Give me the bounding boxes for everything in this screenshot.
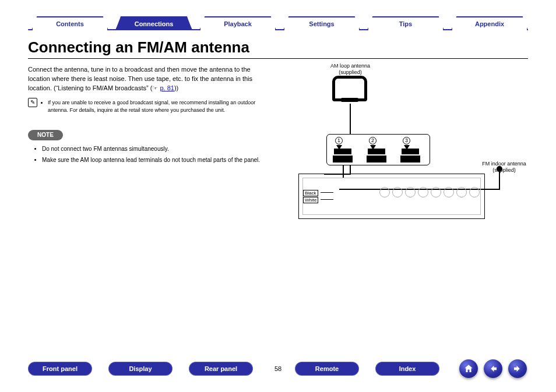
note-item: Do not connect two FM antennas simultane… [42,144,267,153]
step-badge-3: 3 [403,137,410,144]
tab-settings[interactable]: Settings [283,16,360,30]
page-title: Connecting an FM/AM antenna [28,38,249,56]
am-loop-label: AM loop antenna (supplied) [323,63,378,76]
arrow-right-icon [512,363,523,374]
tab-appendix[interactable]: Appendix [451,16,528,30]
xref-link[interactable]: p. 81 [160,84,174,91]
tab-tips[interactable]: Tips [367,16,444,30]
nav-index[interactable]: Index [375,362,439,376]
step-badge-2: 2 [369,137,376,144]
intro-paragraph: Connect the antenna, tune in to a broadc… [28,65,267,93]
am-loop-label-line1: AM loop antenna [330,63,370,69]
arrow-left-icon [488,363,498,374]
step-badge-1: 1 [335,137,343,144]
connector-row [379,187,480,197]
info-list: If you are unable to receive a good broa… [41,99,267,114]
nav-remote[interactable]: Remote [295,362,359,376]
note-label: NOTE [28,130,63,140]
title-underline [28,58,528,59]
steps-callout: 1 2 3 [326,134,430,165]
fm-antenna-label-line1: FM indoor antenna [482,161,526,167]
note-list: Do not connect two FM antennas simultane… [35,144,267,167]
info-item: If you are unable to receive a good broa… [48,99,267,114]
top-tab-bar: Contents Connections Playback Settings T… [28,13,528,30]
intro-text: Connect the antenna, tune in to a broadc… [28,66,252,91]
nav-front-panel[interactable]: Front panel [28,362,92,376]
tab-contents[interactable]: Contents [31,16,108,30]
antenna-diagram: AM loop antenna (supplied) FM indoor ant… [291,63,527,238]
nav-display[interactable]: Display [108,362,173,376]
step-illustration [399,146,421,164]
fm-antenna-label: FM indoor antenna (supplied) [478,161,530,174]
note-item: Make sure the AM loop antenna lead termi… [42,156,267,164]
black-terminal-label: Black [303,190,318,196]
prev-page-button[interactable] [484,359,502,378]
nav-rear-panel[interactable]: Rear panel [189,362,253,376]
fm-antenna-icon [497,166,502,172]
tab-playback[interactable]: Playback [199,16,276,30]
am-loop-antenna-icon [332,76,367,101]
am-loop-label-line2: (supplied) [339,69,362,75]
step-illustration [332,146,354,164]
intro-tail: )) [174,84,178,91]
pencil-icon: ✎ [28,98,37,107]
next-page-button[interactable] [508,359,527,378]
home-button[interactable] [459,359,478,378]
rear-panel-diagram [298,174,485,219]
black-leader [321,192,333,193]
home-icon [463,363,474,374]
tab-connections[interactable]: Connections [115,16,192,30]
white-leader [321,199,333,200]
fm-wire-v [499,182,500,190]
step-illustration [365,146,388,164]
white-terminal-label: White [303,197,318,203]
